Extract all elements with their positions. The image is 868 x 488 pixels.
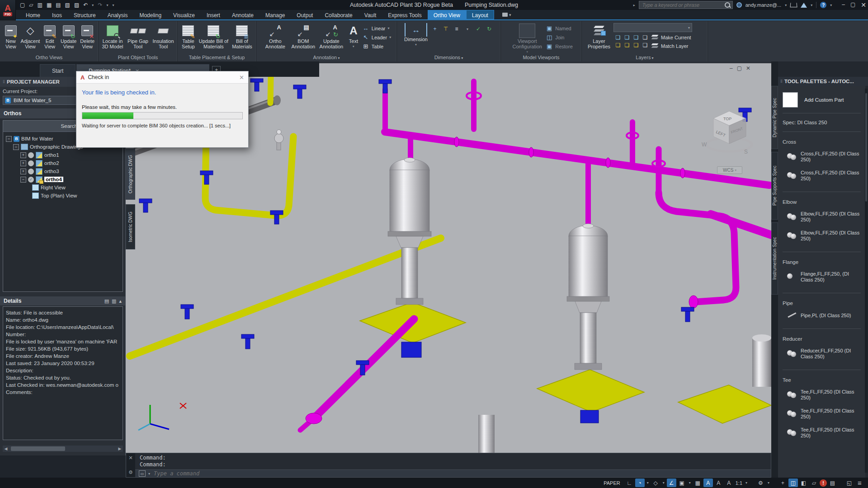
layer-unisolate-icon[interactable]: ❏ [613, 41, 623, 49]
ortho-mode-icon[interactable]: ∟ [625, 479, 634, 487]
panel-label-ortho-views[interactable]: Ortho Views [0, 55, 98, 61]
delete-view-button[interactable]: ✕ Delete View [78, 23, 96, 49]
tab-home[interactable]: Home [20, 10, 46, 19]
tab-visualize[interactable]: Visualize [167, 10, 201, 19]
restore-viewports-button[interactable]: ▣ Restore [546, 42, 573, 51]
tab-annotate[interactable]: Annotate [226, 10, 259, 19]
table-button[interactable]: ⊞ Table [362, 42, 391, 51]
application-menu-button[interactable]: A P3D [0, 0, 16, 20]
redo-icon[interactable]: ↷ [98, 2, 102, 8]
wcs-dropdown[interactable]: WCS [717, 166, 742, 174]
tool-cross-2[interactable]: Cross,FL,FF,250 (DI Class 250) [787, 168, 861, 183]
isodraft-icon[interactable]: ◇ [651, 479, 660, 487]
transfer-icon[interactable]: ▧ [65, 2, 70, 8]
scale-caret-icon[interactable]: ▾ [744, 479, 749, 487]
tool-tee-3[interactable]: Tee,FL,FF,250 (DI Class 250) [787, 425, 861, 441]
tree-item-right-view[interactable]: Right View [6, 183, 121, 192]
workspace-caret-icon[interactable]: ▾ [766, 479, 771, 487]
compass-south-label[interactable]: S [744, 149, 748, 155]
compass-west-label[interactable]: W [702, 141, 707, 148]
scroll-right-icon[interactable]: ▶ [117, 446, 123, 451]
palette-grip-icon[interactable]: ⁞⁞ [3, 80, 5, 84]
layer-isolate-icon[interactable]: ❏ [613, 33, 623, 41]
paper-space-label[interactable]: PAPER [604, 480, 620, 486]
tree-item-ortho1[interactable]: + ortho1 [6, 151, 121, 159]
ribbon-display-toggle[interactable]: ▾ [499, 10, 515, 19]
tab-structure[interactable]: Structure [68, 10, 102, 19]
tool-cross-1[interactable]: Cross,FL,FF,250 (DI Class 250) [787, 149, 861, 164]
command-line-window[interactable]: ✕ ⚙ Command: Command: ▭ ▾ [126, 453, 771, 478]
layer-off-icon[interactable]: ❏ [641, 33, 650, 41]
join-viewports-button[interactable]: ◫ Join [546, 33, 573, 42]
signin-username[interactable]: andy.manze@... [745, 2, 781, 8]
tab-pipe-supports-spec[interactable]: Pipe Supports Spec [771, 152, 778, 220]
tab-vault[interactable]: Vault [359, 10, 382, 19]
selection-cycling-icon[interactable]: ▦ [693, 479, 703, 487]
viewport-close-icon[interactable]: ✕ [746, 65, 750, 71]
bom-annotation-button[interactable]: ▤↙ BOM Annotation [290, 23, 317, 49]
scroll-left-icon[interactable]: ◀ [3, 446, 9, 451]
trusted-autoloader-icon[interactable]: ▱ [809, 479, 819, 487]
tool-elbow-2[interactable]: Elbow,FL,FF,250 (DI Class 250) [787, 228, 861, 244]
app-store-cart-icon[interactable] [790, 3, 797, 7]
command-input-row[interactable]: ▭ ▾ [135, 469, 771, 477]
hardware-acceleration-icon[interactable]: ◧ [799, 479, 808, 487]
match-layer-button[interactable]: Match Layer [651, 42, 691, 50]
viewport-minimize-icon[interactable]: – [730, 65, 733, 71]
search-collapse-icon[interactable]: ▸ [633, 3, 635, 7]
layer-dropdown[interactable]: ▾ [613, 23, 692, 32]
panel-label-dimensions[interactable]: Dimensions [397, 55, 500, 61]
tree-item-ortho4[interactable]: − ✓ ortho4 [6, 175, 121, 183]
layer-properties-button[interactable]: Layer Properties [585, 23, 613, 49]
tab-start[interactable]: Start [40, 64, 75, 77]
vertical-scrollbar[interactable] [865, 89, 868, 473]
ortho-annotate-button[interactable]: A↙ Ortho Annotate [262, 23, 289, 49]
autodesk-a360-icon[interactable] [801, 3, 807, 8]
tab-output[interactable]: Output [291, 10, 319, 19]
panel-label-annotation[interactable]: Annotation [256, 55, 396, 61]
save-as-icon[interactable]: ▦ [47, 2, 52, 8]
details-doc-icon[interactable]: ▤ [104, 298, 109, 304]
qat-menu-icon[interactable]: ▾ [112, 3, 114, 7]
autoscale-icon[interactable]: A [714, 479, 723, 487]
layer-thaw-icon[interactable]: ❏ [623, 41, 632, 49]
details-section-header[interactable]: Details ▤ ▥ ▴ [0, 296, 125, 305]
customize-menu-icon[interactable]: ≡ [855, 479, 864, 487]
tree-item-ortho2[interactable]: + ortho2 [6, 159, 121, 167]
tab-insert[interactable]: Insert [201, 10, 226, 19]
redo-caret-icon[interactable]: ▾ [106, 3, 108, 7]
tab-isos[interactable]: Isos [46, 10, 68, 19]
tool-palettes-header[interactable]: ⁞⁞ TOOL PALETTES - AUTOC... [778, 77, 868, 86]
help-search-box[interactable] [639, 1, 733, 9]
dim-datum-icon[interactable]: + [430, 25, 439, 33]
pipe-gap-tool-button[interactable]: Pipe Gap Tool [126, 23, 150, 49]
scrollbar-thumb[interactable] [11, 446, 65, 451]
tab-dynamic-pipe-spec[interactable]: Dynamic Pipe Spec [771, 86, 778, 149]
tab-ortho-view[interactable]: Ortho View [428, 10, 466, 19]
viewport-configuration-button[interactable]: Viewport Configuration ▾ [509, 23, 545, 55]
user-caret-icon[interactable]: ▾ [785, 3, 787, 7]
tool-flange-1[interactable]: Flange,FL,FF,250, (DI Class 250) [787, 269, 861, 285]
undo-caret-icon[interactable]: ▾ [92, 3, 94, 7]
tool-pipe-1[interactable]: Pipe,PL (DI Class 250) [787, 310, 861, 320]
locate-in-3d-model-button[interactable]: Locate in 3D Model [100, 23, 125, 49]
edit-view-button[interactable]: ✎ Edit View [41, 23, 59, 49]
details-collapse-icon[interactable]: ▴ [119, 298, 122, 304]
layer-freeze-icon[interactable]: ❏ [623, 33, 632, 41]
tab-analysis[interactable]: Analysis [102, 10, 134, 19]
search-icon[interactable] [725, 2, 730, 8]
check-in-icon[interactable]: ▤ [56, 2, 61, 8]
tab-express-tools[interactable]: Express Tools [382, 10, 427, 19]
dim-ordinate-icon[interactable]: ⊤ [441, 25, 450, 33]
viewcube-top-label[interactable]: TOP [723, 117, 731, 121]
leader-button[interactable]: ↖ Leader▾ [362, 33, 391, 42]
annotation-scale-value[interactable]: 1:1 [735, 480, 743, 486]
alert-icon[interactable]: ! [820, 479, 827, 487]
dialog-close-icon[interactable]: ✕ [239, 74, 244, 81]
expander-icon[interactable]: − [20, 177, 26, 183]
help-icon[interactable]: ? [820, 2, 826, 8]
minimize-button[interactable]: – [842, 1, 845, 9]
panel-label-layers[interactable]: Layers [582, 55, 708, 61]
tree-item-top-plan-view[interactable]: Top (Plan) View [6, 192, 121, 200]
close-button[interactable]: ✕ [861, 1, 866, 9]
